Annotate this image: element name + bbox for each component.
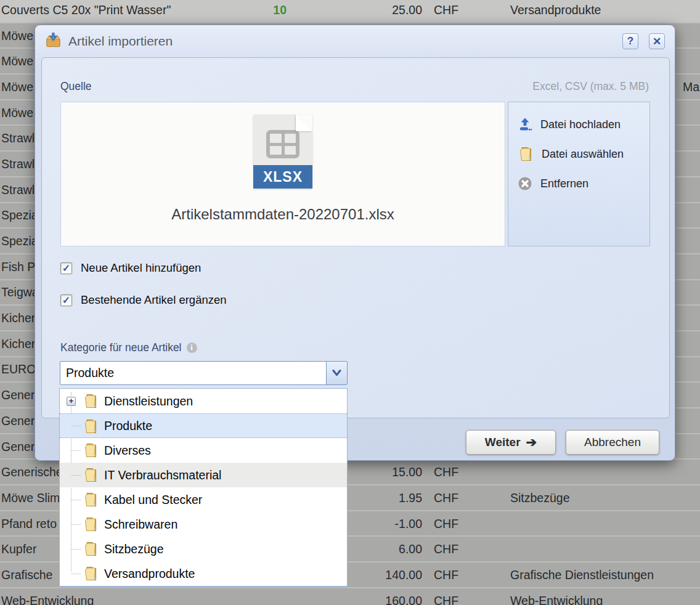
tree-item-dienstleistungen[interactable]: +Dienstleistungen xyxy=(60,389,347,413)
article-category: Web-Entwicklung xyxy=(510,593,603,605)
folder-icon xyxy=(83,541,99,557)
tree-item-sitzbezüge[interactable]: Sitzbezüge xyxy=(60,537,347,561)
tree-item-schreibwaren[interactable]: Schreibwaren xyxy=(60,512,347,537)
article-name: Strawl xyxy=(1,182,35,197)
expand-icon[interactable]: + xyxy=(67,397,76,406)
folder-icon xyxy=(83,516,99,532)
next-button[interactable]: Weiter ➔ xyxy=(466,430,556,455)
tree-item-label: Produkte xyxy=(104,419,152,432)
table-row: Couverts C5 20x "Print Wasser"1025.00CHF… xyxy=(0,0,700,23)
article-name: Fish P xyxy=(1,259,35,274)
tree-connector xyxy=(71,549,81,550)
tree-connector xyxy=(71,574,81,574)
folder-icon xyxy=(518,146,534,162)
tree-item-diverses[interactable]: Diverses xyxy=(60,438,347,463)
article-name: Strawl xyxy=(1,156,35,171)
tree-item-label: Diverses xyxy=(104,444,151,457)
article-name: Gener xyxy=(1,388,35,402)
remove-icon xyxy=(518,176,532,191)
file-action-remove[interactable]: Entfernen xyxy=(518,169,649,198)
tree-item-produkte[interactable]: Produkte xyxy=(60,413,347,438)
article-currency: CHF xyxy=(434,490,458,505)
tree-connector xyxy=(71,426,81,426)
tree-connector xyxy=(71,475,81,476)
file-format-hint: Excel, CSV (max. 5 MB) xyxy=(532,80,649,93)
folder-icon xyxy=(83,492,99,508)
tree-item-kabel-und-stecker[interactable]: Kabel und Stecker xyxy=(60,487,347,512)
article-price: 25.00 xyxy=(345,2,422,17)
close-button[interactable]: ✕ xyxy=(649,33,665,49)
tree-item-label: Schreibwaren xyxy=(104,518,177,531)
article-name: Strawl xyxy=(1,131,35,145)
article-category: Grafische Dienstleistungen xyxy=(510,567,654,582)
category-combobox[interactable]: Produkte xyxy=(60,361,348,385)
article-name: Kicher xyxy=(1,336,35,351)
category-selected-value[interactable]: Produkte xyxy=(60,362,326,384)
folder-icon xyxy=(83,566,99,582)
article-name: Möwe xyxy=(1,79,33,94)
article-currency: CHF xyxy=(434,2,458,17)
tree-item-label: Dienstleistungen xyxy=(104,394,193,408)
article-currency: CHF xyxy=(434,516,458,530)
file-preview-box: XLSX Artikelstammdaten-20220701.xlsx xyxy=(60,102,505,246)
article-name: Spezia xyxy=(1,234,38,248)
folder-icon xyxy=(83,442,99,458)
tree-item-label: IT Verbrauchsmaterial xyxy=(104,468,221,482)
article-name: Generische xyxy=(1,465,63,479)
import-dialog: Artikel importieren ? ✕ Quelle Excel, CS… xyxy=(35,25,675,461)
folder-icon xyxy=(83,393,99,409)
folder-icon xyxy=(83,467,99,483)
article-price: 6.00 xyxy=(345,542,422,556)
article-name: Web-Entwicklung xyxy=(1,593,94,605)
file-extension-badge: XLSX xyxy=(253,165,312,189)
article-name: Gener xyxy=(1,439,35,453)
category-dropdown-list: +DienstleistungenProdukteDiversesIT Verb… xyxy=(59,388,348,588)
article-name: Pfand reto xyxy=(1,516,57,530)
arrow-right-icon: ➔ xyxy=(526,435,537,450)
checkbox-icon[interactable]: ✓ xyxy=(60,294,72,306)
option-extend-existing-articles[interactable]: ✓ Bestehende Artikel ergänzen xyxy=(60,293,227,307)
file-action-upload[interactable]: Datei hochladen xyxy=(518,110,649,139)
help-button[interactable]: ? xyxy=(622,33,638,49)
article-name: Couverts C5 20x "Print Wasser" xyxy=(1,2,171,17)
checkbox-icon[interactable]: ✓ xyxy=(60,262,72,274)
import-icon xyxy=(45,33,62,50)
article-name: Teigwa xyxy=(1,285,39,299)
article-qty: 10 xyxy=(234,2,287,17)
spreadsheet-grid-icon xyxy=(266,130,299,158)
cancel-button[interactable]: Abbrechen xyxy=(566,430,659,455)
article-currency: CHF xyxy=(434,542,458,556)
article-name: Gener xyxy=(1,413,35,428)
xlsx-file-icon: XLSX xyxy=(253,115,312,189)
table-row: Web-Entwicklung160.00CHFWeb-Entwicklung xyxy=(0,588,700,605)
file-name: Artikelstammdaten-20220701.xlsx xyxy=(61,206,505,223)
source-label: Quelle xyxy=(60,80,92,93)
file-area: XLSX Artikelstammdaten-20220701.xlsx Dat… xyxy=(60,102,650,246)
tree-item-label: Kabel und Stecker xyxy=(104,493,202,506)
combobox-dropdown-button[interactable] xyxy=(326,362,347,384)
option-add-new-articles[interactable]: ✓ Neue Artikel hinzufügen xyxy=(60,261,201,275)
action-label: Datei hochladen xyxy=(540,118,621,131)
file-actions-panel: Datei hochladenDatei auswählenEntfernen xyxy=(508,102,650,246)
tree-item-it-verbrauchsmaterial[interactable]: IT Verbrauchsmaterial xyxy=(60,463,347,487)
article-name: Grafische xyxy=(1,567,52,582)
file-action-folder[interactable]: Datei auswählen xyxy=(518,139,649,169)
tree-connector xyxy=(71,524,81,525)
tree-item-versandprodukte[interactable]: Versandprodukte xyxy=(60,561,347,586)
article-name: Möwe xyxy=(1,54,33,68)
dialog-body-panel: Quelle Excel, CSV (max. 5 MB) XLSX Artik… xyxy=(41,57,670,418)
option-label: Neue Artikel hinzufügen xyxy=(81,261,201,275)
tree-connector xyxy=(71,500,81,500)
category-label-row: Kategorie für neue Artikel i xyxy=(60,341,197,354)
info-icon[interactable]: i xyxy=(187,343,197,353)
article-category: Versandprodukte xyxy=(510,2,601,17)
article-price: 160.00 xyxy=(345,593,422,605)
article-category: Sitzbezüge xyxy=(510,490,569,505)
action-label: Entfernen xyxy=(540,177,588,190)
option-label: Bestehende Artikel ergänzen xyxy=(81,293,227,307)
cancel-button-label: Abbrechen xyxy=(584,436,641,449)
action-label: Datei auswählen xyxy=(542,148,624,161)
article-name: Möwe xyxy=(1,105,33,120)
dialog-titlebar: Artikel importieren ? ✕ xyxy=(35,25,675,57)
article-currency: CHF xyxy=(434,465,458,479)
